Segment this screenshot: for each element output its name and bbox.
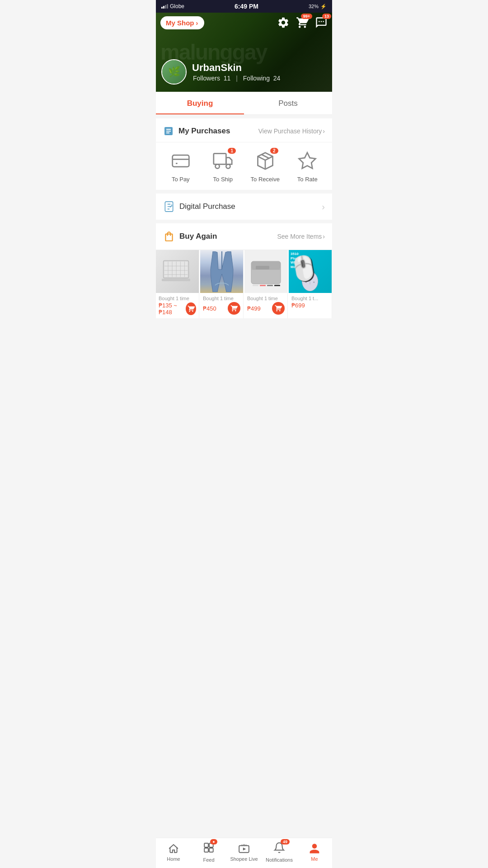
jeans-image: [208, 251, 235, 292]
svg-rect-21: [256, 266, 269, 269]
time-label: 6:49 PM: [235, 3, 258, 10]
laptop-image: [162, 258, 193, 285]
product-card-4[interactable]: 3510PlusWirelessMouse Bought 1 t... ₱699: [289, 250, 332, 318]
followers-count: 11: [224, 75, 231, 82]
svg-rect-23: [260, 285, 266, 286]
to-rate-button[interactable]: To Rate: [286, 150, 329, 183]
box-icon: [255, 151, 275, 171]
tab-posts[interactable]: Posts: [244, 92, 332, 114]
add-to-cart-3[interactable]: [272, 302, 285, 315]
battery-icon: ⚡: [320, 4, 327, 9]
bought-times-4: Bought 1 t...: [291, 296, 329, 301]
digital-icon: [163, 201, 175, 212]
following-count: 24: [273, 75, 281, 82]
buy-again-header: Buy Again See More Items ›: [156, 223, 332, 250]
profile-stats: Followers 11 | Following 24: [192, 75, 281, 82]
svg-point-3: [226, 164, 230, 168]
my-shop-label: My Shop: [166, 19, 194, 27]
product-card-3[interactable]: Bought 1 time ₱499: [244, 250, 288, 318]
status-right: 32% ⚡: [309, 4, 327, 9]
product-info-1: Bought 1 time ₱135 ~ ₱148: [156, 293, 199, 318]
wallet-icon: [171, 151, 191, 171]
svg-rect-7: [164, 261, 188, 277]
header-icons: 99+ 13: [277, 16, 328, 31]
svg-rect-24: [267, 285, 273, 286]
buy-again-label: Buy Again: [179, 232, 217, 241]
svg-point-28: [308, 274, 312, 280]
purchases-label: My Purchases: [178, 127, 230, 136]
to-ship-badge: 1: [228, 148, 236, 154]
status-bar: Globe 6:49 PM 32% ⚡: [156, 0, 332, 13]
chevron-right-icon: ›: [196, 19, 198, 27]
settings-button[interactable]: [277, 16, 290, 31]
cart-badge: 99+: [301, 14, 312, 19]
tab-buying[interactable]: Buying: [156, 92, 244, 114]
to-ship-icon-wrap: 1: [211, 150, 234, 172]
avatar-image: 🌿: [162, 60, 186, 84]
purchase-status-icons: To Pay 1 To Ship: [156, 142, 332, 190]
to-rate-icon-wrap: [296, 150, 319, 172]
digital-purchase-left: Digital Purchase: [163, 201, 235, 212]
view-history-button[interactable]: View Purchase History ›: [258, 127, 325, 135]
product-card-2[interactable]: Bought 1 time ₱450: [200, 250, 244, 318]
star-icon: [297, 151, 317, 171]
carrier-label: Globe: [170, 3, 184, 9]
avatar[interactable]: 🌿: [161, 59, 187, 85]
truck-icon: [213, 151, 233, 171]
add-to-cart-2[interactable]: [228, 302, 240, 315]
product-image-4: 3510PlusWirelessMouse: [289, 250, 332, 293]
price-4: ₱699: [291, 302, 305, 309]
svg-rect-1: [214, 154, 226, 165]
profile-details: UrbanSkin Followers 11 | Following 24: [192, 62, 281, 82]
to-receive-badge: 2: [270, 148, 278, 154]
digital-purchase-label: Digital Purchase: [179, 202, 235, 211]
purchases-header: My Purchases View Purchase History ›: [156, 118, 332, 142]
bag-image: [249, 257, 283, 286]
price-row-2: ₱450: [203, 302, 240, 315]
tabs: Buying Posts: [156, 92, 332, 115]
svg-rect-25: [274, 285, 280, 286]
purchases-icon: [163, 126, 174, 137]
price-row-1: ₱135 ~ ₱148: [159, 302, 196, 316]
product-info-2: Bought 1 time ₱450: [200, 293, 243, 317]
product-image-1: [156, 250, 199, 293]
product-image-3: [244, 250, 287, 293]
svg-rect-16: [162, 278, 190, 281]
chat-badge: 13: [322, 14, 331, 19]
svg-point-30: [313, 282, 314, 283]
product-info-4: Bought 1 t... ₱699: [289, 293, 332, 311]
product-info-3: Bought 1 time ₱499: [244, 293, 287, 317]
svg-point-2: [216, 164, 220, 168]
product-card-1[interactable]: Bought 1 time ₱135 ~ ₱148: [156, 250, 199, 318]
price-1: ₱135 ~ ₱148: [159, 302, 186, 316]
bought-times-3: Bought 1 time: [247, 296, 285, 301]
to-rate-label: To Rate: [297, 176, 318, 183]
profile-info: 🌿 UrbanSkin Followers 11 | Following 24: [161, 59, 281, 85]
chat-button[interactable]: 13: [315, 16, 328, 31]
see-more-button[interactable]: See More Items ›: [277, 233, 325, 240]
buy-again-section: Buy Again See More Items ›: [156, 223, 332, 318]
price-3: ₱499: [247, 305, 261, 312]
signal-icon: [161, 4, 168, 9]
my-shop-button[interactable]: My Shop ›: [160, 16, 204, 29]
to-receive-icon-wrap: 2: [254, 150, 277, 172]
view-history-label: View Purchase History: [258, 127, 322, 135]
to-receive-button[interactable]: 2 To Receive: [244, 150, 286, 183]
separator: |: [236, 75, 238, 82]
to-pay-label: To Pay: [172, 176, 190, 183]
status-left: Globe: [161, 3, 184, 9]
my-purchases-section: My Purchases View Purchase History › To …: [156, 118, 332, 190]
buy-again-title: Buy Again: [163, 231, 217, 242]
digital-purchase-button[interactable]: Digital Purchase ›: [156, 193, 332, 220]
products-row: Bought 1 time ₱135 ~ ₱148 Bought 1: [156, 250, 332, 318]
chevron-right-icon: ›: [322, 202, 325, 212]
shopping-bag-icon: [163, 231, 175, 242]
followers-label: Followers: [193, 75, 220, 82]
purchases-title: My Purchases: [163, 126, 230, 137]
to-pay-button[interactable]: To Pay: [160, 150, 202, 183]
svg-point-29: [305, 282, 307, 283]
add-to-cart-1[interactable]: [186, 302, 196, 315]
cart-button[interactable]: 99+: [296, 16, 309, 31]
see-more-label: See More Items: [277, 233, 322, 240]
to-ship-button[interactable]: 1 To Ship: [202, 150, 244, 183]
